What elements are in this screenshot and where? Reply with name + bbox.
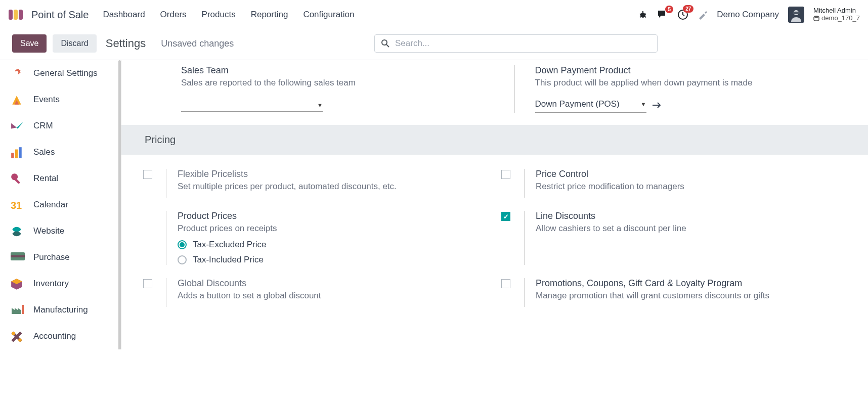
activities-icon[interactable]: 27 — [677, 9, 688, 20]
sidebar-label: CRM — [33, 121, 53, 131]
debug-icon[interactable] — [638, 10, 648, 20]
setting-desc-price-control: Restrict price modification to managers — [536, 182, 848, 192]
search-input[interactable] — [395, 38, 651, 49]
external-link-icon[interactable] — [652, 102, 662, 109]
sidebar-label: Sales — [33, 147, 55, 157]
svg-rect-19 — [22, 305, 24, 314]
setting-desc-flexible-pricelists: Set multiple prices per product, automat… — [178, 182, 490, 192]
sidebar-item-general-settings[interactable]: General Settings — [0, 60, 121, 86]
chevron-down-icon: ▼ — [641, 101, 646, 107]
svg-point-9 — [382, 40, 387, 45]
save-button[interactable]: Save — [12, 34, 47, 53]
svg-point-10 — [15, 71, 19, 75]
purchase-icon — [10, 251, 25, 263]
sidebar-item-website[interactable]: Website — [0, 218, 121, 244]
rental-icon — [10, 172, 25, 185]
down-payment-select[interactable]: Down Payment (POS) ▼ — [535, 97, 646, 113]
nav-dashboard[interactable]: Dashboard — [103, 10, 145, 20]
svg-rect-12 — [15, 150, 18, 158]
svg-rect-7 — [793, 12, 800, 14]
nav-reporting[interactable]: Reporting — [251, 10, 288, 20]
setting-desc-line-discounts: Allow cashiers to set a discount per lin… — [536, 223, 848, 234]
line-discounts-checkbox[interactable]: ✓ — [501, 212, 510, 221]
sidebar-item-events[interactable]: Events — [0, 86, 121, 113]
svg-rect-13 — [19, 147, 21, 158]
setting-title-price-control: Price Control — [536, 169, 848, 180]
sidebar-item-manufacturing[interactable]: Manufacturing — [0, 297, 121, 323]
nav-products[interactable]: Products — [202, 10, 236, 20]
setting-title-product-prices: Product Prices — [178, 211, 490, 221]
sidebar-item-purchase[interactable]: Purchase — [0, 244, 121, 271]
inventory-icon — [10, 278, 25, 290]
messages-icon[interactable]: 5 — [657, 10, 668, 20]
sidebar-item-inventory[interactable]: Inventory — [0, 271, 121, 297]
unsaved-indicator: Unsaved changes — [161, 38, 234, 49]
sidebar-label: Calendar — [33, 200, 68, 210]
global-discounts-checkbox[interactable] — [143, 279, 152, 288]
setting-title-flexible-pricelists: Flexible Pricelists — [178, 169, 490, 180]
company-selector[interactable]: Demo Company — [717, 10, 779, 20]
app-logo-icon — [8, 8, 26, 22]
setting-title-sales-team: Sales Team — [181, 65, 494, 76]
calendar-icon: 31 — [10, 199, 25, 211]
setting-title-promotions: Promotions, Coupons, Gift Card & Loyalty… — [536, 278, 848, 289]
radio-icon — [178, 240, 187, 249]
search-icon — [381, 39, 390, 48]
svg-point-21 — [18, 338, 22, 342]
top-navbar: Point of Sale Dashboard Orders Products … — [0, 0, 868, 29]
tools-icon[interactable] — [698, 10, 708, 20]
setting-desc-sales-team: Sales are reported to the following sale… — [181, 78, 494, 88]
sidebar-label: General Settings — [33, 68, 98, 78]
settings-content: Sales Team Sales are reported to the fol… — [121, 60, 868, 349]
radio-tax-included[interactable]: Tax-Included Price — [178, 255, 490, 265]
gear-icon — [10, 67, 25, 79]
sidebar-label: Events — [33, 95, 60, 105]
svg-point-20 — [12, 332, 15, 335]
promotions-checkbox[interactable] — [501, 279, 510, 288]
sidebar-item-accounting[interactable]: Accounting — [0, 323, 121, 349]
sidebar-item-sales[interactable]: Sales — [0, 139, 121, 165]
sidebar-label: Rental — [33, 173, 58, 184]
database-icon — [813, 15, 819, 21]
svg-text:31: 31 — [11, 200, 22, 211]
nav-configuration[interactable]: Configuration — [303, 10, 354, 20]
sidebar-item-calendar[interactable]: 31 Calendar — [0, 192, 121, 218]
price-control-checkbox[interactable] — [501, 170, 510, 179]
svg-point-3 — [640, 13, 645, 18]
setting-desc-promotions: Manage promotion that will grant custome… — [536, 291, 848, 301]
accounting-icon — [10, 330, 25, 342]
sidebar-label: Inventory — [33, 279, 69, 289]
setting-title-down-payment: Down Payment Product — [535, 65, 848, 76]
setting-title-line-discounts: Line Discounts — [536, 211, 848, 221]
svg-point-8 — [814, 16, 819, 18]
discard-button[interactable]: Discard — [53, 34, 96, 53]
breadcrumb: Settings — [106, 37, 146, 50]
database-name: demo_170_7 — [821, 15, 860, 22]
activities-badge: 27 — [683, 5, 693, 13]
website-icon — [10, 225, 25, 237]
sidebar-label: Manufacturing — [33, 305, 88, 315]
sales-team-select[interactable]: ▼ — [181, 100, 323, 112]
search-box[interactable] — [374, 34, 658, 53]
sidebar-item-crm[interactable]: CRM — [0, 113, 121, 139]
user-menu[interactable]: Mitchell Admin demo_170_7 — [813, 7, 860, 22]
user-avatar-icon[interactable] — [788, 7, 804, 23]
section-header-pricing: Pricing — [121, 125, 868, 155]
app-title[interactable]: Point of Sale — [31, 9, 89, 21]
radio-tax-excluded[interactable]: Tax-Excluded Price — [178, 240, 490, 250]
svg-rect-2 — [19, 10, 23, 20]
sidebar-label: Accounting — [33, 331, 76, 341]
svg-point-14 — [11, 173, 18, 180]
nav-orders[interactable]: Orders — [160, 10, 187, 20]
sidebar-item-rental[interactable]: Rental — [0, 165, 121, 192]
setting-desc-down-payment: This product will be applied when down p… — [535, 78, 848, 88]
crm-icon — [10, 120, 25, 132]
svg-rect-1 — [14, 10, 18, 20]
sidebar-label: Purchase — [33, 252, 70, 262]
user-name: Mitchell Admin — [813, 7, 860, 15]
svg-rect-0 — [9, 10, 13, 20]
section-title: Pricing — [121, 134, 868, 146]
flexible-pricelists-checkbox[interactable] — [143, 170, 152, 179]
setting-title-global-discounts: Global Discounts — [178, 278, 490, 289]
radio-icon — [178, 255, 187, 264]
